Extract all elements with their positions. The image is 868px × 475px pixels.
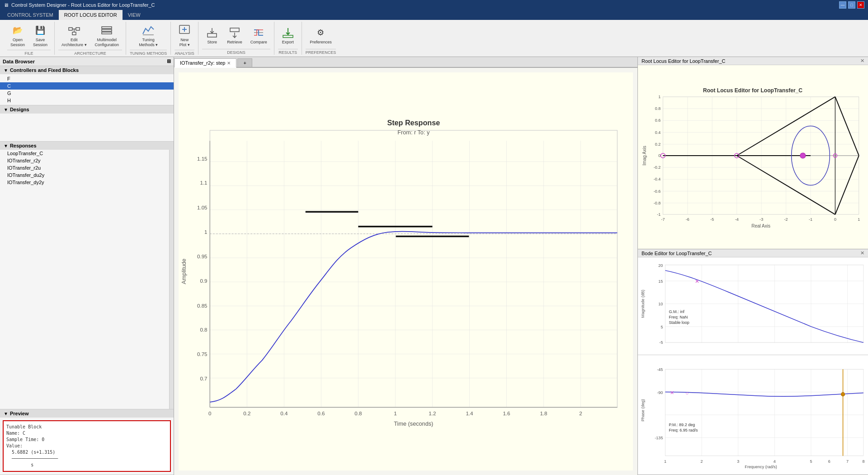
retrieve-button[interactable]: Retrieve — [224, 24, 245, 47]
tab-close-icon[interactable]: ✕ — [227, 61, 231, 66]
bode-title-bar: Bode Editor for LoopTransfer_C ✕ — [638, 249, 868, 257]
svg-text:-3: -3 — [760, 217, 763, 222]
designs-section-header[interactable]: ▼ Designs — [0, 105, 174, 114]
bode-plots: 20 15 10 5 -5 Magnitude (dB) ✕ — [638, 257, 868, 475]
svg-text:0.2: 0.2 — [243, 411, 250, 416]
svg-text:✕: ✕ — [670, 390, 674, 395]
export-button[interactable]: Export — [278, 24, 298, 47]
edit-architecture-button[interactable]: EditArchitecture ▾ — [58, 22, 90, 50]
designs-section: ▼ Designs — [0, 105, 174, 142]
save-session-button[interactable]: 💾 SaveSession — [30, 22, 51, 50]
minimize-button[interactable]: — — [839, 1, 846, 9]
root-locus-svg: Root Locus Editor for LoopTransfer_C — [638, 65, 868, 249]
svg-text:-5: -5 — [659, 340, 663, 345]
svg-rect-15 — [283, 35, 293, 38]
tab-iotransfer-step[interactable]: IOTransfer_r2y: step ✕ — [174, 58, 236, 68]
svg-text:Root Locus Editor for LoopTran: Root Locus Editor for LoopTransfer_C — [703, 87, 802, 94]
svg-text:0.95: 0.95 — [197, 254, 207, 259]
svg-text:-90: -90 — [657, 390, 663, 395]
multimodel-label: MultimodelConfiguration — [95, 38, 119, 48]
toolbar-group-architecture: EditArchitecture ▾ MultimodelConfigurati… — [55, 22, 126, 55]
title-bar-controls[interactable]: — □ ✕ — [839, 1, 864, 9]
menu-tab-view[interactable]: VIEW — [123, 10, 146, 20]
save-icon: 💾 — [34, 24, 47, 37]
svg-text:0.6: 0.6 — [655, 118, 661, 123]
compare-label: Compare — [250, 40, 267, 45]
preview-section: ▼ Preview Tunable Block Name: C Sample T… — [0, 409, 174, 475]
compare-button[interactable]: Compare — [247, 24, 270, 47]
multimodel-config-button[interactable]: MultimodelConfiguration — [92, 22, 123, 50]
tab-add[interactable]: + — [237, 58, 252, 67]
controllers-section-header[interactable]: ▼ Controllers and Fixed Blocks — [0, 66, 174, 74]
designs-buttons: Store Retrieve — [202, 22, 270, 49]
svg-rect-0 — [69, 28, 72, 30]
bode-close-icon[interactable]: ✕ — [860, 250, 864, 256]
open-session-button[interactable]: 📂 OpenSession — [7, 22, 28, 50]
root-locus-title-bar: Root Locus Editor for LoopTransfer_C ✕ — [638, 57, 868, 65]
toolbar-group-tuning: TuningMethods ▾ TUNING METHODS — [126, 22, 171, 55]
response-item-iotransfer-dy2y[interactable]: IOTransfer_dy2y — [0, 179, 169, 186]
responses-section-header[interactable]: ▼ Responses — [0, 142, 174, 150]
controller-item-G[interactable]: G — [0, 90, 174, 97]
svg-text:20: 20 — [658, 263, 663, 268]
designs-section-label: Designs — [10, 107, 29, 112]
left-panel: Data Browser ⊞ ▼ Controllers and Fixed B… — [0, 57, 174, 475]
svg-text:6: 6 — [828, 459, 830, 464]
toolbar: 📂 OpenSession 💾 SaveSession FILE — [0, 20, 868, 57]
panel-expand-icon[interactable]: ⊞ — [167, 58, 171, 64]
step-plot-title: Step Response — [387, 119, 440, 127]
root-locus-svg-container: Root Locus Editor for LoopTransfer_C — [638, 65, 868, 249]
results-group-label: RESULTS — [278, 49, 298, 55]
toolbar-group-designs: Store Retrieve — [198, 22, 274, 55]
menu-tab-control-system[interactable]: CONTROL SYSTEM — [2, 10, 59, 20]
close-button[interactable]: ✕ — [857, 1, 864, 9]
response-item-iotransfer-du2y[interactable]: IOTransfer_du2y — [0, 171, 169, 179]
results-buttons: Export — [278, 22, 298, 49]
response-item-looptransfer[interactable]: LoopTransfer_C — [0, 150, 169, 157]
svg-text:1.1: 1.1 — [200, 180, 207, 185]
preferences-button[interactable]: ⚙ Preferences — [307, 24, 335, 47]
analysis-buttons: NewPlot ▾ — [175, 22, 194, 50]
svg-text:7: 7 — [846, 459, 849, 464]
controller-item-H[interactable]: H — [0, 97, 174, 104]
preferences-group-label: PREFERENCES — [306, 49, 336, 55]
svg-rect-13 — [230, 28, 239, 32]
response-item-iotransfer-r2u[interactable]: IOTransfer_r2u — [0, 164, 169, 171]
svg-text:Real Axis: Real Axis — [751, 223, 770, 228]
gm-text: G.M.: inf — [669, 309, 685, 314]
svg-text:4: 4 — [774, 459, 776, 464]
svg-text:-0.8: -0.8 — [654, 201, 661, 205]
controller-item-F[interactable]: F — [0, 75, 174, 82]
pm-freq-text: Freq: 6.95 rad/s — [669, 428, 698, 432]
response-item-iotransfer-r2y[interactable]: IOTransfer_r2y — [0, 157, 169, 164]
new-plot-button[interactable]: NewPlot ▾ — [175, 22, 194, 50]
store-button[interactable]: Store — [202, 24, 222, 47]
controller-item-C[interactable]: C — [0, 82, 174, 90]
bode-editor-section: Bode Editor for LoopTransfer_C ✕ — [638, 249, 868, 475]
root-locus-title: Root Locus Editor for LoopTransfer_C — [642, 58, 725, 64]
responses-chevron: ▼ — [4, 143, 8, 148]
step-x-label: Time (seconds) — [394, 421, 433, 427]
maximize-button[interactable]: □ — [848, 1, 855, 9]
root-locus-close-icon[interactable]: ✕ — [860, 58, 864, 64]
svg-text:1.8: 1.8 — [540, 411, 547, 416]
tuning-methods-button[interactable]: TuningMethods ▾ — [136, 22, 161, 50]
svg-text:-1: -1 — [809, 217, 812, 222]
tabs-bar: IOTransfer_r2y: step ✕ + — [174, 57, 637, 68]
responses-items: LoopTransfer_C IOTransfer_r2y IOTransfer… — [0, 150, 169, 409]
svg-text:0.6: 0.6 — [317, 411, 325, 416]
svg-text:8: 8 — [862, 459, 864, 464]
menu-tab-root-locus[interactable]: ROOT LOCUS EDITOR — [59, 10, 123, 20]
svg-text:-0.4: -0.4 — [654, 177, 661, 181]
svg-text:1: 1 — [658, 95, 660, 99]
svg-text:-0.6: -0.6 — [654, 189, 661, 194]
svg-text:-45: -45 — [657, 367, 663, 372]
svg-text:0: 0 — [208, 411, 211, 416]
store-label: Store — [207, 40, 217, 45]
preview-section-header[interactable]: ▼ Preview — [0, 409, 174, 418]
preferences-buttons: ⚙ Preferences — [306, 22, 336, 49]
designs-content — [0, 114, 174, 141]
preferences-label: Preferences — [310, 40, 332, 45]
svg-text:0.4: 0.4 — [280, 411, 288, 416]
responses-scrollbar[interactable] — [169, 150, 174, 409]
